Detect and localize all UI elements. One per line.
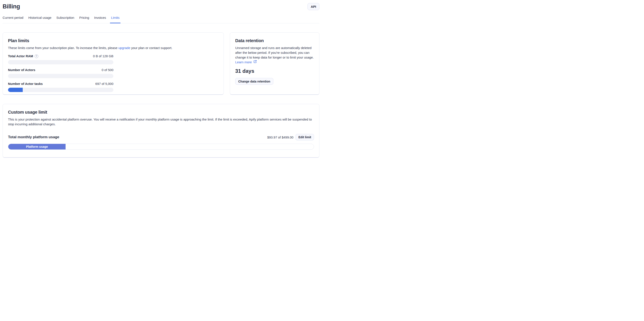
limit-row-head: Number of Actors 0 of 500 <box>8 68 114 72</box>
limit-row-head: Total Actor RAM? 0 B of 128 GB <box>8 54 114 58</box>
usage-summary-row: Total monthly platform usage $93.97 of $… <box>8 134 314 141</box>
learn-more-link[interactable]: Learn more <box>235 60 257 65</box>
tab-historical-usage[interactable]: Historical usage <box>28 14 52 23</box>
api-button[interactable]: API <box>308 3 320 10</box>
tab-current-period[interactable]: Current period <box>2 14 23 23</box>
tab-invoices[interactable]: Invoices <box>94 14 106 23</box>
usage-progress-track: Platform usage <box>8 144 314 150</box>
tab-pricing[interactable]: Pricing <box>79 14 89 23</box>
plan-limits-title: Plan limits <box>8 38 218 43</box>
external-link-icon <box>254 60 257 65</box>
upgrade-link[interactable]: upgrade <box>118 46 130 50</box>
plan-limits-card: Plan limits These limits come from your … <box>2 32 224 95</box>
limit-label-text: Total Actor RAM <box>8 54 33 58</box>
page-header: Billing API <box>2 0 320 10</box>
limit-value: 0 B of 128 GB <box>93 54 114 58</box>
limit-label-text: Number of Actors <box>8 68 35 72</box>
data-retention-description: Unnamed storage and runs are automatical… <box>235 46 314 60</box>
limit-row-total-actor-ram: Total Actor RAM? 0 B of 128 GB <box>8 54 114 64</box>
tab-subscription[interactable]: Subscription <box>56 14 74 23</box>
custom-usage-limit-title: Custom usage limit <box>8 109 314 115</box>
retention-period-value: 31 days <box>235 68 314 74</box>
progress-fill <box>8 88 23 92</box>
usage-label: Total monthly platform usage <box>8 135 59 139</box>
limit-label-text: Number of Actor tasks <box>8 82 43 86</box>
billing-tabs: Current period Historical usage Subscrip… <box>2 14 320 23</box>
billing-page: Billing API Current period Historical us… <box>0 0 322 158</box>
top-cards-row: Plan limits These limits come from your … <box>2 32 320 95</box>
plan-limits-description-prefix: These limits come from your subscription… <box>8 46 118 50</box>
plan-limits-list: Total Actor RAM? 0 B of 128 GB Number of… <box>8 54 114 92</box>
edit-limit-button[interactable]: Edit limit <box>296 134 314 141</box>
limit-row-number-of-actor-tasks: Number of Actor tasks 697 of 5,000 <box>8 82 114 92</box>
progress-track <box>8 88 114 92</box>
learn-more-label: Learn more <box>235 60 252 65</box>
usage-right-group: $93.97 of $499.00 Edit limit <box>267 134 314 141</box>
limit-label: Number of Actor tasks <box>8 82 43 86</box>
data-retention-title: Data retention <box>235 38 314 43</box>
limit-label: Number of Actors <box>8 68 35 72</box>
limit-label: Total Actor RAM? <box>8 54 38 58</box>
page-title: Billing <box>2 3 20 10</box>
limit-row-head: Number of Actor tasks 697 of 5,000 <box>8 82 114 86</box>
data-retention-card: Data retention Unnamed storage and runs … <box>230 32 320 95</box>
progress-track <box>8 74 114 78</box>
usage-fill-label: Platform usage <box>26 145 48 149</box>
help-icon[interactable]: ? <box>34 54 38 58</box>
usage-value: $93.97 of $499.00 <box>267 136 294 139</box>
limit-value: 0 of 500 <box>102 68 114 72</box>
custom-usage-limit-card: Custom usage limit This is your protecti… <box>2 104 320 158</box>
usage-progress-fill: Platform usage <box>8 144 66 150</box>
tab-limits[interactable]: Limits <box>111 14 120 23</box>
progress-track <box>8 60 114 64</box>
limit-row-number-of-actors: Number of Actors 0 of 500 <box>8 68 114 78</box>
limit-value: 697 of 5,000 <box>96 82 114 86</box>
custom-usage-limit-description: This is your protection against accident… <box>8 117 314 127</box>
change-data-retention-button[interactable]: Change data retention <box>235 78 273 85</box>
plan-limits-description-suffix: your plan or contact support. <box>130 46 172 50</box>
plan-limits-description: These limits come from your subscription… <box>8 46 218 50</box>
